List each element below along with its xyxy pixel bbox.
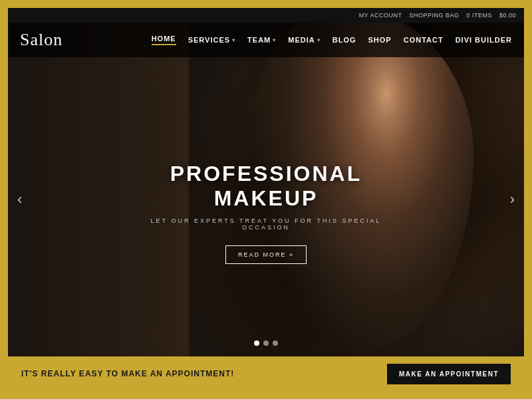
slide-dots [254,340,278,346]
nav-item-blog[interactable]: BLOG [332,36,356,44]
site-logo[interactable]: Salon [20,30,63,50]
main-nav: HOME SERVICES ▾ TEAM ▾ MEDIA ▾ BLOG [152,35,512,45]
nav-item-media[interactable]: MEDIA ▾ [288,36,320,44]
slide-dot-1[interactable] [254,340,259,346]
appointment-text: IT'S REALLY EASY TO MAKE AN APPOINTMENT! [21,369,234,378]
prev-slide-button[interactable]: ‹ [12,186,27,213]
hero-content: PROFESSIONAL MAKEUP LET OUR EXPERTS TREA… [137,162,395,264]
top-bar-links: MY ACCOUNT SHOPPING BAG 0 ITEMS $0.00 [354,12,516,19]
hero-title: PROFESSIONAL MAKEUP [137,162,395,211]
nav-item-services[interactable]: SERVICES ▾ [188,36,235,44]
site-wrapper: MY ACCOUNT SHOPPING BAG 0 ITEMS $0.00 Sa… [8,8,524,391]
outer-border: MY ACCOUNT SHOPPING BAG 0 ITEMS $0.00 Sa… [0,0,532,399]
make-appointment-button[interactable]: MAKE AN APPOINTMENT [387,364,511,384]
items-count: 0 ITEMS [466,12,492,19]
nav-item-divi-builder[interactable]: DIVI BUILDER [456,36,512,44]
hero-cta-button[interactable]: READ MORE » [225,245,307,264]
next-slide-button[interactable]: › [505,186,520,213]
my-account-link[interactable]: MY ACCOUNT [359,12,402,19]
header: Salon HOME SERVICES ▾ TEAM ▾ MEDIA ▾ [8,23,524,57]
bottom-bar: IT'S REALLY EASY TO MAKE AN APPOINTMENT!… [8,356,524,391]
hero-section: ‹ › PROFESSIONAL MAKEUP LET OUR EXPERTS … [8,8,524,391]
nav-item-shop[interactable]: SHOP [368,36,392,44]
slide-dot-3[interactable] [273,340,278,346]
cart-total: $0.00 [499,12,516,19]
nav-item-contact[interactable]: CONTACT [404,36,444,44]
chevron-down-icon: ▾ [232,37,235,43]
shopping-bag-link[interactable]: SHOPPING BAG [409,12,459,19]
nav-item-team[interactable]: TEAM ▾ [247,36,276,44]
nav-item-home[interactable]: HOME [152,35,176,45]
hero-subtitle: LET OUR EXPERTS TREAT YOU FOR THIS SPECI… [137,217,395,231]
chevron-down-icon: ▾ [273,37,276,43]
slide-dot-2[interactable] [263,340,269,346]
top-bar: MY ACCOUNT SHOPPING BAG 0 ITEMS $0.00 [8,8,524,23]
chevron-down-icon: ▾ [317,37,321,43]
